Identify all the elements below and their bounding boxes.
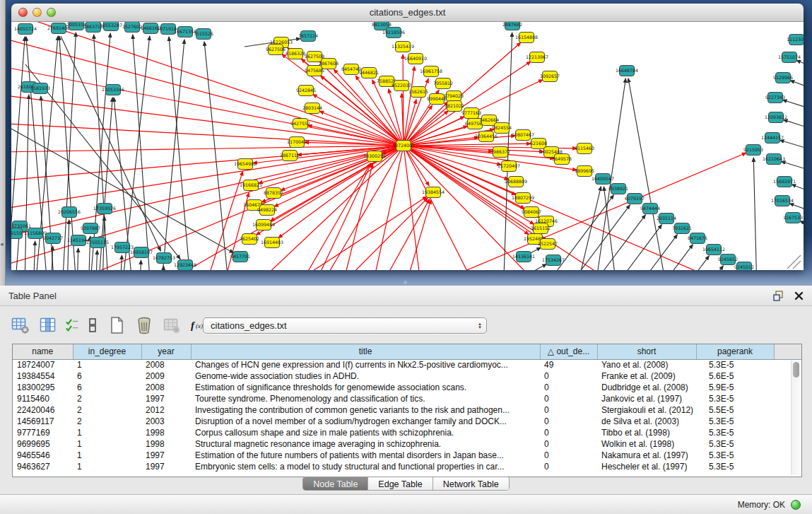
graph-node[interactable]: 1581933 — [30, 83, 50, 94]
graph-node[interactable]: 9794028 — [444, 91, 464, 102]
graph-node[interactable]: 2803144 — [302, 103, 322, 114]
table-row[interactable]: 2242004622012Investigating the contribut… — [13, 404, 802, 416]
graph-node[interactable]: 8878357 — [264, 188, 283, 199]
delete-table-icon[interactable] — [134, 315, 155, 336]
table-row[interactable]: 1938455462009Genome-wide association stu… — [13, 370, 802, 382]
graph-node[interactable]: 9115460 — [575, 144, 594, 154]
graph-node[interactable]: 9457791 — [230, 252, 250, 262]
zoom-button[interactable] — [47, 8, 56, 17]
graph-node[interactable]: 12444157 — [761, 133, 784, 144]
graph-node[interactable]: 20364456 — [475, 132, 498, 142]
network-graph[interactable]: 1405572427691406200531418637101055328715… — [11, 22, 804, 270]
tab-node-table[interactable]: Node Table — [303, 477, 368, 491]
table-row[interactable]: 946362711997Embryonic stem cells: a mode… — [13, 461, 802, 472]
graph-node[interactable]: 7625402 — [240, 234, 259, 245]
graph-node[interactable]: 14055724 — [14, 24, 37, 35]
graph-node[interactable]: 15692971 — [773, 177, 796, 187]
graph-node[interactable]: 9824554 — [492, 123, 512, 134]
table-row[interactable]: 1872400712008Changes of HCN gene express… — [13, 359, 802, 370]
table-row[interactable]: 1830029562008Estimation of significance … — [13, 382, 802, 393]
graph-node[interactable]: 9498224 — [257, 205, 277, 216]
graph-node[interactable]: 7932621 — [672, 223, 692, 234]
column-header-out-de-[interactable]: △ out_de... — [540, 344, 597, 359]
graph-node[interactable]: 17534267 — [542, 255, 565, 266]
graph-node[interactable]: 20206556 — [58, 207, 81, 218]
graph-node[interactable]: 10688809 — [505, 177, 527, 187]
table-selector-dropdown[interactable]: citations_edges.txt ▲▼ — [203, 317, 487, 334]
minimize-button[interactable] — [33, 8, 42, 17]
column-header-name[interactable]: name — [13, 344, 73, 359]
table-row[interactable]: 911546021997Tourette syndrome. Phenomeno… — [13, 393, 802, 404]
graph-node[interactable]: 10807467 — [512, 130, 534, 141]
graph-node[interactable]: 1562615 — [408, 87, 428, 98]
table-options-icon[interactable] — [10, 315, 31, 336]
graph-node[interactable]: 10553287 — [100, 22, 122, 31]
graph-node[interactable]: 16099489 — [252, 220, 275, 230]
select-rows-icon[interactable] — [65, 315, 79, 336]
graph-node[interactable]: 9446821 — [359, 68, 379, 78]
graph-node[interactable]: 7857224 — [298, 31, 318, 42]
graph-node[interactable]: 9215953 — [743, 145, 763, 156]
graph-node[interactable]: 9474444 — [640, 204, 660, 214]
graph-node[interactable]: 1112304 — [787, 35, 804, 45]
graph-node[interactable]: 9397887 — [81, 223, 100, 234]
graph-node[interactable]: 12923448 — [174, 260, 196, 271]
column-header-in-degree[interactable]: in_degree — [73, 344, 141, 359]
splitter-handle[interactable] — [404, 281, 407, 284]
graph-node[interactable]: 9245012 — [734, 262, 754, 271]
graph-node[interactable]: 9899695 — [575, 166, 594, 177]
network-window-titlebar[interactable]: citations_edges.txt — [11, 4, 804, 22]
graph-node[interactable]: 2867110 — [280, 151, 300, 161]
table-row[interactable]: 969969511998Structural magnetic resonanc… — [13, 438, 802, 450]
graph-node[interactable]: 9042737 — [43, 233, 63, 244]
new-table-icon[interactable] — [106, 315, 127, 336]
graph-node[interactable]: 9242845 — [296, 86, 316, 96]
graph-node[interactable]: 7955812 — [433, 78, 453, 89]
float-window-icon[interactable] — [773, 291, 784, 301]
graph-node[interactable]: 2522547 — [538, 239, 558, 250]
graph-node[interactable]: 16154808 — [515, 33, 538, 43]
table-row[interactable]: 977716911998Corpus callosum shape and si… — [13, 427, 802, 438]
graph-node[interactable]: 1167533 — [783, 213, 803, 223]
graph-node[interactable]: 9084067 — [522, 207, 541, 218]
graph-node[interactable]: 6079197 — [625, 194, 645, 204]
graph-node[interactable]: 16210643 — [763, 154, 785, 165]
graph-node[interactable]: 9129966 — [773, 73, 793, 83]
close-panel-icon[interactable] — [794, 291, 804, 300]
graph-node[interactable]: 14136141 — [512, 252, 535, 262]
column-header-title[interactable]: title — [191, 344, 540, 359]
graph-node[interactable]: 9245652 — [718, 255, 738, 265]
graph-node[interactable]: 2887682 — [502, 22, 522, 30]
graph-node[interactable]: 1615152 — [531, 223, 551, 234]
graph-node[interactable]: 9227343 — [765, 93, 785, 103]
graph-node[interactable]: 12093822 — [765, 112, 787, 123]
graph-node[interactable]: 23053346 — [102, 85, 124, 95]
graph-node[interactable]: 1527602 — [122, 22, 142, 33]
graph-node[interactable]: 8471676 — [688, 233, 707, 244]
graph-node[interactable]: 9475685 — [305, 66, 324, 76]
graph-node[interactable]: 2935114 — [657, 214, 676, 224]
graph-node[interactable]: 16782753 — [153, 253, 175, 264]
column-header-pagerank[interactable]: pagerank — [696, 344, 774, 359]
graph-node[interactable]: 8186328 — [286, 49, 305, 59]
table-scrollbar[interactable] — [791, 361, 800, 475]
tab-network-table[interactable]: Network Table — [433, 477, 509, 491]
graph-node[interactable]: 9427552 — [290, 119, 310, 129]
graph-node[interactable]: 1092657 — [540, 71, 560, 82]
table-scrollbar-thumb[interactable] — [793, 362, 799, 378]
graph-node[interactable]: 8454749 — [341, 64, 361, 75]
graph-node[interactable]: 7986372 — [490, 147, 510, 158]
graph-node[interactable]: 16961758 — [420, 66, 442, 77]
column-header-short[interactable]: short — [597, 344, 696, 359]
graph-node[interactable]: 9627506 — [266, 45, 286, 55]
graph-node[interactable]: 11325419 — [392, 42, 414, 52]
table-row[interactable]: 946554611997Estimation of the future num… — [13, 450, 802, 461]
memory-status-indicator[interactable] — [791, 500, 801, 510]
rows-icon[interactable] — [86, 315, 100, 336]
graph-node[interactable]: 9777169 — [461, 108, 481, 119]
graph-node[interactable]: 16648784 — [616, 66, 638, 76]
close-button[interactable] — [18, 8, 28, 17]
graph-node[interactable]: 15720407 — [498, 161, 520, 172]
table-row[interactable]: 1456911722003Disruption of a novel membe… — [13, 416, 802, 427]
graph-node[interactable]: 12213967 — [526, 52, 548, 63]
